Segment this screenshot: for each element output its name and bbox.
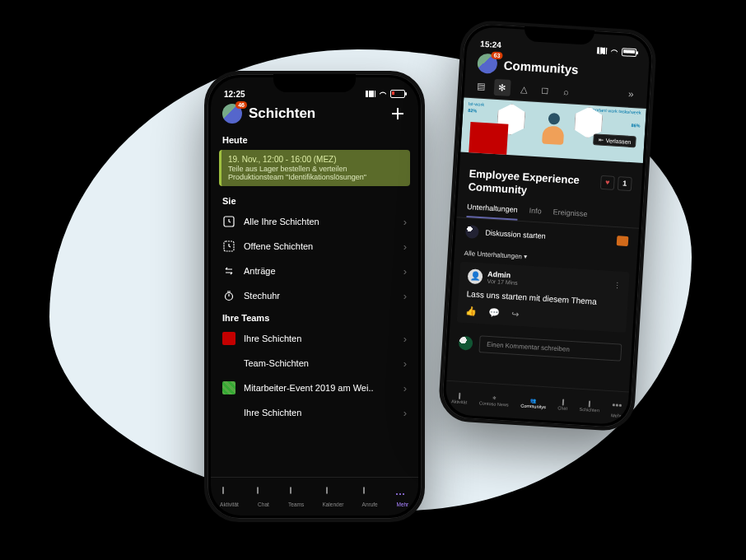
team-color-icon — [222, 381, 235, 394]
today-shift-card[interactable]: 19. Nov., 12:00 - 16:00 (MEZ) Teile aus … — [219, 150, 410, 186]
plus-icon — [392, 108, 403, 119]
tab-teams[interactable]: Teams — [288, 488, 304, 507]
row-label: Mitarbeiter-Event 2019 am Wei.. — [244, 383, 395, 393]
tab-activity[interactable]: Aktivität — [220, 488, 239, 507]
tab-label: Schichten — [580, 406, 599, 412]
subtab-events[interactable]: Ereignisse — [553, 204, 588, 225]
feed-icon[interactable]: ▤ — [473, 77, 490, 95]
battery-icon — [390, 90, 405, 98]
communities-icon[interactable]: ✻ — [494, 79, 511, 96]
leave-icon: ⇤ — [598, 137, 603, 143]
tab-label: Aktivität — [220, 502, 239, 507]
chevron-right-icon — [403, 382, 407, 394]
row-label: Stechuhr — [244, 291, 395, 301]
teams-icon — [290, 488, 303, 501]
tab-label: Mehr — [611, 413, 622, 418]
chevron-right-icon — [403, 407, 407, 419]
notification-badge: 46 — [235, 101, 247, 109]
chevron-right-icon — [403, 240, 407, 253]
news-icon: ✻ — [492, 395, 497, 400]
tab-chat[interactable]: Chat — [257, 488, 270, 507]
user-avatar[interactable]: 63 — [477, 53, 497, 73]
clock-icon — [222, 215, 235, 228]
member-count: 1 — [618, 176, 632, 191]
row-label: Ihre Schichten — [244, 334, 395, 343]
team-color-icon — [222, 406, 235, 419]
leave-button[interactable]: ⇤ Verlassen — [593, 133, 636, 147]
tab-label: Kalender — [322, 502, 343, 507]
your-all-shifts[interactable]: Alle Ihre Schichten — [211, 209, 418, 234]
team-row[interactable]: Mitarbeiter-Event 2019 am Wei.. — [211, 376, 418, 400]
post-more-button[interactable]: ⋮ — [613, 281, 621, 290]
add-button[interactable] — [389, 105, 407, 123]
more-icon — [396, 488, 409, 501]
tab-more[interactable]: Mehr — [396, 488, 409, 507]
your-requests[interactable]: Anträge — [211, 259, 418, 283]
calendar-icon — [589, 401, 590, 406]
chat-icon — [257, 488, 270, 501]
like-button[interactable]: 👍 — [465, 306, 478, 317]
section-teams-header: Ihre Teams — [211, 308, 418, 326]
chat-icon — [562, 399, 564, 404]
row-label: Ihre Schichten — [244, 408, 395, 418]
bell-icon — [222, 488, 235, 501]
search-icon[interactable]: ⌕ — [557, 83, 575, 100]
tab-label: Chat — [557, 405, 567, 411]
section-you-header: Sie — [211, 191, 418, 209]
tab-calls[interactable]: Anrufe — [362, 488, 378, 507]
calls-icon — [363, 488, 376, 501]
tab-more[interactable]: Mehr — [611, 399, 622, 418]
signal-icon — [366, 91, 375, 97]
user-avatar[interactable]: 46 — [222, 104, 242, 124]
wifi-icon — [379, 90, 386, 97]
user-avatar-small — [465, 224, 479, 238]
tab-label: Teams — [288, 502, 304, 507]
community-title: Employee Experience Community — [468, 167, 601, 202]
page-header: 46 Schichten — [211, 100, 418, 130]
feed-post: 👤 Admin Vor 17 Mins ⋮ Lass uns starten m… — [457, 261, 630, 333]
team-row[interactable]: Ihre Schichten — [211, 400, 418, 425]
more-icon — [612, 399, 621, 413]
shift-team: Produktionsteam "Identifikationslösungen… — [228, 173, 403, 181]
subtab-conversations[interactable]: Unterhaltungen — [466, 199, 518, 221]
tab-chat[interactable]: Chat — [557, 399, 567, 411]
notification-badge: 63 — [491, 51, 502, 59]
tab-label: Communitys — [520, 403, 546, 409]
comment-input[interactable]: Einen Kommentar schreiben — [478, 335, 622, 362]
your-open-shifts[interactable]: Offene Schichten — [211, 234, 418, 259]
tab-shifts[interactable]: Schichten — [580, 400, 600, 412]
team-row[interactable]: Ihre Schichten — [211, 326, 418, 351]
subtab-info[interactable]: Info — [529, 203, 542, 222]
tab-calendar[interactable]: Kalender — [322, 488, 343, 507]
tab-news[interactable]: ✻Contoso News — [479, 394, 510, 407]
compose-icon — [617, 236, 629, 246]
bottom-tabbar: Aktivität Chat Teams Kalender Anrufe Meh… — [211, 477, 418, 516]
shift-time: 19. Nov., 12:00 - 16:00 (MEZ) — [228, 155, 403, 164]
tab-communities[interactable]: 👥Communitys — [520, 397, 546, 409]
battery-icon — [622, 48, 637, 57]
row-label: Anträge — [244, 266, 395, 276]
stopwatch-icon — [222, 289, 235, 302]
section-today-header: Heute — [211, 130, 418, 148]
row-label: Team-Schichten — [244, 358, 395, 368]
discussion-prompt: Diskussion starten — [485, 228, 546, 240]
bookmark-icon[interactable]: ◻ — [536, 82, 553, 99]
banner-stat-value: 82% — [468, 108, 477, 114]
team-row[interactable]: Team-Schichten — [211, 351, 418, 376]
page-title: Schichten — [249, 105, 382, 122]
chevron-right-icon — [403, 333, 407, 345]
share-button[interactable]: ↪ — [511, 309, 520, 320]
tab-label: Contoso News — [479, 400, 509, 407]
meditation-person-icon — [540, 112, 566, 147]
comment-button[interactable]: 💬 — [488, 307, 501, 319]
favorite-button[interactable]: ♥ — [600, 175, 615, 190]
leave-label: Verlassen — [606, 138, 632, 145]
collapse-icon[interactable] — [622, 86, 639, 104]
your-timeclock[interactable]: Stechuhr — [211, 283, 418, 308]
wifi-icon — [610, 48, 618, 55]
tab-activity[interactable]: Aktivität — [451, 393, 468, 404]
status-time: 12:25 — [224, 90, 245, 99]
author-avatar[interactable]: 👤 — [468, 268, 483, 284]
bell-icon[interactable]: △ — [515, 80, 532, 97]
chevron-right-icon — [403, 290, 407, 302]
